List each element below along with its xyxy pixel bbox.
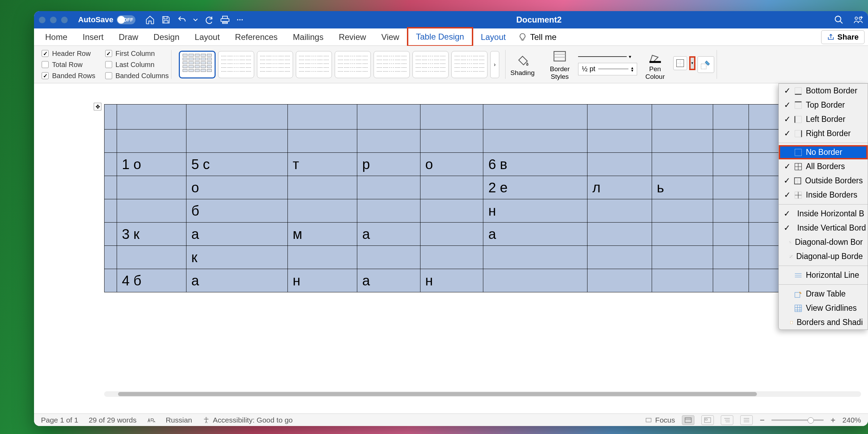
table-cell[interactable] [587, 223, 652, 246]
close-window[interactable] [39, 17, 45, 23]
table-cell[interactable]: м [287, 223, 357, 246]
status-page[interactable]: Page 1 of 1 [41, 416, 78, 424]
scrollbar-thumb[interactable] [118, 392, 757, 396]
table-cell[interactable] [357, 105, 420, 130]
undo-icon[interactable] [177, 15, 187, 25]
table-cell[interactable] [105, 176, 117, 199]
table-cell[interactable] [420, 246, 483, 269]
table-cell[interactable] [587, 246, 652, 269]
table-cell[interactable] [587, 130, 652, 153]
table-style-4[interactable] [296, 51, 332, 78]
table-style-1[interactable] [179, 51, 215, 78]
table-cell[interactable] [420, 176, 483, 199]
table-cell[interactable]: к [186, 246, 288, 269]
table-cell[interactable] [652, 153, 713, 176]
line-weight-selector[interactable]: ½ pt ▴▾ [578, 63, 637, 75]
shading-button[interactable]: Shading [507, 51, 538, 78]
table-cell[interactable] [420, 223, 483, 246]
table-cell[interactable]: 2 е [483, 176, 587, 199]
view-outline[interactable] [721, 415, 733, 425]
table-cell[interactable] [186, 105, 288, 130]
table-cell[interactable] [713, 246, 749, 269]
table-cell[interactable] [713, 130, 749, 153]
menu-no-border[interactable]: No Border [779, 145, 868, 159]
menu-outside-borders[interactable]: ✓Outside Borders [779, 174, 868, 188]
table-cell[interactable]: н [420, 269, 483, 292]
table-style-3[interactable] [257, 51, 293, 78]
table-cell[interactable]: 5 с [186, 153, 288, 176]
menu-bottom-border[interactable]: ✓Bottom Border [779, 84, 868, 98]
table-cell[interactable] [587, 269, 652, 292]
table-cell[interactable]: н [483, 199, 587, 223]
opt-last-column[interactable]: Last Column [105, 59, 169, 70]
table-cell[interactable] [105, 105, 117, 130]
table-cell[interactable] [105, 153, 117, 176]
tab-references[interactable]: References [227, 29, 285, 45]
tab-insert[interactable]: Insert [75, 29, 111, 45]
redo-icon[interactable] [204, 15, 214, 25]
maximize-window[interactable] [61, 17, 68, 23]
share-button[interactable]: Share [821, 30, 865, 44]
autosave-toggle[interactable]: AutoSave OFF [78, 15, 135, 24]
table-cell[interactable]: н [287, 269, 357, 292]
table-cell[interactable] [652, 199, 713, 223]
opt-banded-rows[interactable]: Banded Rows [42, 70, 95, 81]
table-cell[interactable] [587, 199, 652, 223]
page[interactable]: ✥ 1 о5 стро6 во2 ельбн3 камаак4 банан [104, 104, 865, 292]
table-cell[interactable] [420, 105, 483, 130]
undo-dropdown-icon[interactable] [193, 15, 198, 25]
menu-right-border[interactable]: ✓Right Border [779, 126, 868, 141]
table-cell[interactable]: б [186, 199, 288, 223]
print-icon[interactable] [220, 15, 230, 25]
table-cell[interactable] [186, 130, 288, 153]
table-cell[interactable] [117, 176, 186, 199]
table-style-8[interactable] [451, 51, 487, 78]
table-cell[interactable]: а [357, 223, 420, 246]
table-cell[interactable]: а [186, 223, 288, 246]
table-cell[interactable] [652, 223, 713, 246]
table-cell[interactable] [483, 130, 587, 153]
table-cell[interactable] [117, 130, 186, 153]
table-cell[interactable] [420, 199, 483, 223]
horizontal-scrollbar[interactable] [104, 391, 861, 397]
zoom-level[interactable]: 240% [842, 416, 861, 424]
table-cell[interactable] [587, 153, 652, 176]
table-cell[interactable] [357, 199, 420, 223]
table-cell[interactable] [287, 130, 357, 153]
table-cell[interactable]: 3 к [117, 223, 186, 246]
opt-total-row[interactable]: Total Row [42, 59, 95, 70]
table-cell[interactable] [652, 130, 713, 153]
table-cell[interactable] [357, 246, 420, 269]
tab-view[interactable]: View [374, 29, 407, 45]
border-painter-button[interactable] [698, 56, 714, 73]
save-icon[interactable] [161, 15, 171, 25]
tab-mailings[interactable]: Mailings [285, 29, 331, 45]
zoom-out[interactable]: − [760, 415, 765, 425]
table-cell[interactable] [287, 199, 357, 223]
menu-inside-borders[interactable]: ✓Inside Borders [779, 188, 868, 202]
table-cell[interactable]: а [186, 269, 288, 292]
menu-all-borders[interactable]: ✓All Borders [779, 159, 868, 174]
table-cell[interactable]: 6 в [483, 153, 587, 176]
table-cell[interactable] [287, 246, 357, 269]
zoom-in[interactable]: + [831, 415, 835, 425]
table-style-2[interactable] [218, 51, 254, 78]
table-cell[interactable] [652, 105, 713, 130]
table-cell[interactable]: р [357, 153, 420, 176]
tab-home[interactable]: Home [37, 29, 75, 45]
table-cell[interactable] [652, 246, 713, 269]
tab-table-design[interactable]: Table Design [407, 27, 473, 47]
menu-view-gridlines[interactable]: View Gridlines [779, 301, 868, 315]
table-cell[interactable] [713, 269, 749, 292]
table-cell[interactable] [713, 199, 749, 223]
table-cell[interactable] [713, 223, 749, 246]
gallery-more[interactable]: › [490, 51, 499, 78]
table-cell[interactable] [713, 176, 749, 199]
table-cell[interactable]: 1 о [117, 153, 186, 176]
view-print-layout[interactable] [682, 415, 694, 425]
crossword-table[interactable]: 1 о5 стро6 во2 ельбн3 камаак4 банан [104, 104, 785, 292]
tab-review[interactable]: Review [331, 29, 374, 45]
table-cell[interactable]: 4 б [117, 269, 186, 292]
tab-layout[interactable]: Layout [187, 29, 227, 45]
table-cell[interactable]: т [287, 153, 357, 176]
